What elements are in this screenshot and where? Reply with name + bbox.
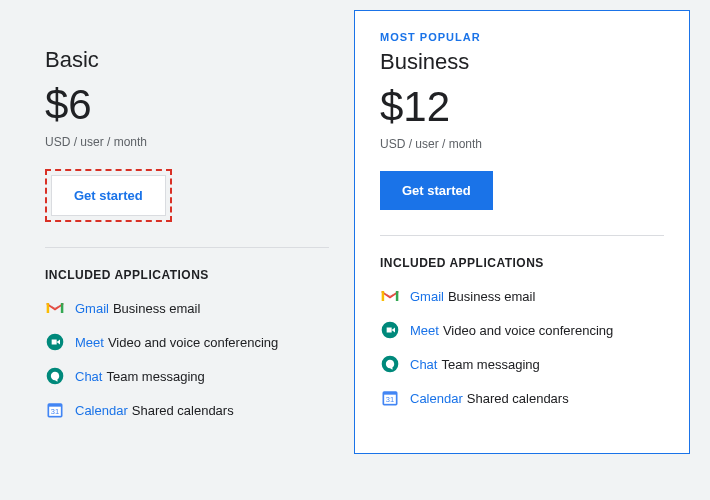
plan-price: $6 xyxy=(45,81,329,129)
app-row-chat: Chat Team messaging xyxy=(380,354,664,374)
app-desc: Team messaging xyxy=(106,369,204,384)
svg-text:31: 31 xyxy=(51,407,59,416)
app-name[interactable]: Meet xyxy=(410,323,439,338)
app-row-calendar: 31 Calendar Shared calendars xyxy=(380,388,664,408)
app-name[interactable]: Gmail xyxy=(410,289,444,304)
svg-text:31: 31 xyxy=(386,395,394,404)
app-name[interactable]: Calendar xyxy=(75,403,128,418)
app-name[interactable]: Chat xyxy=(410,357,437,372)
plan-unit: USD / user / month xyxy=(45,135,329,149)
chat-icon xyxy=(380,354,400,374)
plan-name: Business xyxy=(380,49,664,75)
app-row-meet: Meet Video and voice conferencing xyxy=(380,320,664,340)
section-title: INCLUDED APPLICATIONS xyxy=(45,268,329,282)
divider xyxy=(45,247,329,248)
get-started-button[interactable]: Get started xyxy=(380,171,493,210)
app-desc: Business email xyxy=(448,289,535,304)
app-desc: Shared calendars xyxy=(132,403,234,418)
plan-name: Basic xyxy=(45,47,329,73)
app-name[interactable]: Gmail xyxy=(75,301,109,316)
gmail-icon xyxy=(45,298,65,318)
app-desc: Shared calendars xyxy=(467,391,569,406)
app-name[interactable]: Meet xyxy=(75,335,104,350)
app-desc: Video and voice conferencing xyxy=(443,323,613,338)
plan-price: $12 xyxy=(380,83,664,131)
app-row-gmail: Gmail Business email xyxy=(380,286,664,306)
calendar-icon: 31 xyxy=(45,400,65,420)
button-wrap: Get started xyxy=(380,171,664,210)
plan-unit: USD / user / month xyxy=(380,137,664,151)
most-popular-badge: MOST POPULAR xyxy=(380,31,664,43)
meet-icon xyxy=(380,320,400,340)
app-name[interactable]: Chat xyxy=(75,369,102,384)
chat-icon xyxy=(45,366,65,386)
app-desc: Team messaging xyxy=(441,357,539,372)
section-title: INCLUDED APPLICATIONS xyxy=(380,256,664,270)
highlight-box: Get started xyxy=(45,169,172,222)
divider xyxy=(380,235,664,236)
plan-basic: Basic $6 USD / user / month Get started … xyxy=(20,10,354,454)
app-name[interactable]: Calendar xyxy=(410,391,463,406)
app-desc: Video and voice conferencing xyxy=(108,335,278,350)
app-desc: Business email xyxy=(113,301,200,316)
gmail-icon xyxy=(380,286,400,306)
get-started-button[interactable]: Get started xyxy=(51,175,166,216)
calendar-icon: 31 xyxy=(380,388,400,408)
plan-business: MOST POPULAR Business $12 USD / user / m… xyxy=(354,10,690,454)
meet-icon xyxy=(45,332,65,352)
app-row-gmail: Gmail Business email xyxy=(45,298,329,318)
app-row-calendar: 31 Calendar Shared calendars xyxy=(45,400,329,420)
app-row-meet: Meet Video and voice conferencing xyxy=(45,332,329,352)
app-row-chat: Chat Team messaging xyxy=(45,366,329,386)
